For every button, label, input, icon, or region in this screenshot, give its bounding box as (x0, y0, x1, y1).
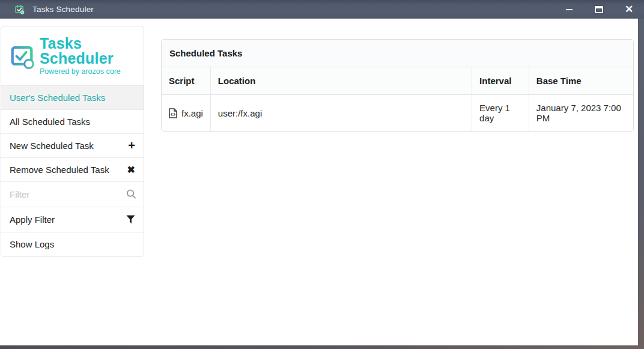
logo-text: Tasks Scheduler Powered by arozos core (40, 36, 138, 76)
column-header-base-time: Base Time (529, 67, 633, 95)
sidebar-item-label: Apply Filter (10, 214, 55, 225)
sidebar-item-show-logs[interactable]: Show Logs (1, 232, 144, 256)
scheduled-tasks-panel: Scheduled Tasks Script Location Interval… (161, 39, 634, 132)
minimize-button[interactable] (561, 2, 577, 17)
sidebar-item-label: Show Logs (10, 239, 54, 249)
remove-icon: ✖ (127, 164, 135, 175)
sidebar-item-remove-scheduled-task[interactable]: Remove Scheduled Task ✖ (1, 158, 144, 182)
filter-row (1, 182, 144, 207)
sidebar-item-label: New Scheduled Task (10, 141, 94, 151)
column-header-script: Script (162, 67, 210, 95)
maximize-icon (595, 6, 603, 13)
tasks-scheduler-logo-icon (8, 41, 36, 70)
close-icon: ✕ (625, 4, 633, 14)
sidebar-item-all-scheduled-tasks[interactable]: All Scheduled Tasks (1, 110, 144, 134)
app-window: Tasks Scheduler ✕ (0, 0, 644, 349)
titlebar: Tasks Scheduler ✕ (0, 0, 644, 19)
table-row[interactable]: fx.agi user:/fx.agi Every 1 day January … (162, 95, 633, 132)
window-controls: ✕ (561, 0, 637, 19)
sidebar-item-label: Remove Scheduled Task (10, 165, 109, 175)
scheduled-tasks-table: Script Location Interval Base Time (162, 67, 633, 131)
maximize-button[interactable] (591, 2, 607, 17)
app-logo: Tasks Scheduler Powered by arozos core (1, 26, 144, 85)
sidebar-item-apply-filter[interactable]: Apply Filter (1, 207, 144, 232)
sidebar-item-users-scheduled-tasks[interactable]: User's Scheduled Tasks (1, 86, 144, 110)
sidebar-item-label: All Scheduled Tasks (10, 117, 90, 127)
window-frame-right (638, 19, 644, 349)
filter-input[interactable] (1, 182, 144, 207)
close-button[interactable]: ✕ (621, 2, 637, 17)
plus-icon: + (128, 139, 135, 153)
column-header-location: Location (210, 67, 472, 95)
panel-title: Scheduled Tasks (162, 40, 633, 67)
filter-funnel-icon (126, 215, 135, 224)
sidebar-item-new-scheduled-task[interactable]: New Scheduled Task + (1, 134, 144, 158)
task-base-time: January 7, 2023 7:00 PM (529, 95, 633, 132)
app-tagline: Powered by arozos core (40, 68, 138, 76)
column-header-interval: Interval (472, 67, 529, 95)
sidebar: Tasks Scheduler Powered by arozos core U… (1, 26, 144, 257)
task-interval: Every 1 day (472, 95, 529, 132)
window-frame-bottom (0, 345, 644, 349)
table-header-row: Script Location Interval Base Time (162, 67, 633, 95)
task-script-name: fx.agi (181, 108, 203, 118)
app-calendar-icon (14, 4, 25, 14)
task-location: user:/fx.agi (210, 95, 472, 132)
sidebar-item-label: User's Scheduled Tasks (10, 93, 105, 103)
app-name: Tasks Scheduler (40, 36, 138, 66)
minimize-icon (565, 8, 573, 11)
window-title: Tasks Scheduler (32, 5, 94, 14)
sidebar-menu: User's Scheduled Tasks All Scheduled Tas… (1, 85, 144, 256)
search-icon (126, 189, 136, 199)
file-code-icon (169, 108, 177, 118)
